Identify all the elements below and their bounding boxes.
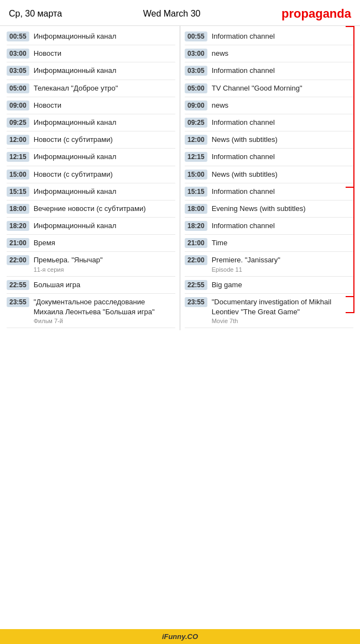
time-badge: 15:00 <box>7 170 29 180</box>
item-title: Information channel <box>212 118 275 128</box>
left-schedule-item: 15:00 Новости (с субтитрами) <box>7 166 175 183</box>
time-badge: 15:15 <box>7 187 29 197</box>
item-content: Information channel <box>212 118 275 128</box>
time-badge: 09:00 <box>7 101 29 110</box>
time-badge: 05:00 <box>185 83 207 93</box>
time-badge: 09:25 <box>7 118 29 128</box>
item-content: Информационный канал <box>34 187 117 197</box>
time-badge: 22:55 <box>7 280 29 290</box>
right-schedule-item: 03:05 Information channel <box>185 62 353 80</box>
right-schedule-item: 03:00 news <box>185 45 353 62</box>
item-title: news <box>212 49 228 59</box>
item-content: Новости (с субтитрами) <box>34 170 113 180</box>
left-schedule-item: 09:00 Новости <box>7 97 175 114</box>
left-schedule-item: 22:00 Премьера. "Янычар" 11-я серия <box>7 252 175 276</box>
time-badge: 22:00 <box>185 255 207 265</box>
item-content: Премьера. "Янычар" 11-я серия <box>34 255 103 272</box>
right-schedule-item: 12:00 News (with subtitles) <box>185 131 353 149</box>
item-content: Time <box>212 238 227 248</box>
right-schedule-item: 15:15 Information channel <box>185 183 353 200</box>
item-title: Information channel <box>212 152 275 162</box>
item-content: Новости (с субтитрами) <box>34 135 113 145</box>
time-badge: 03:05 <box>7 66 29 76</box>
item-content: Information channel <box>212 152 275 162</box>
left-schedule-item: 21:00 Время <box>7 235 175 252</box>
right-schedule-item: 12:15 Information channel <box>185 149 353 166</box>
right-schedule-item: 23:55 "Documentary investigation of Mikh… <box>185 294 353 328</box>
time-badge: 12:15 <box>7 152 29 162</box>
time-badge: 21:00 <box>7 238 29 248</box>
left-schedule-item: 12:00 Новости (с субтитрами) <box>7 131 175 149</box>
item-content: TV Channel "Good Morning" <box>212 83 302 93</box>
time-badge: 03:00 <box>185 49 207 59</box>
time-badge: 22:00 <box>7 255 29 265</box>
item-title: Информационный канал <box>34 152 117 162</box>
time-badge: 03:05 <box>185 66 207 76</box>
right-schedule-item: 15:00 News (with subtitles) <box>185 166 353 183</box>
item-content: Новости <box>34 101 61 110</box>
item-title: Big game <box>212 280 242 290</box>
right-schedule-item: 18:00 Evening News (with subtitles) <box>185 200 353 218</box>
time-badge: 23:55 <box>7 297 29 307</box>
item-title: Premiere. "Janissary" <box>212 255 280 265</box>
right-schedule-item: 09:25 Information channel <box>185 114 353 131</box>
date-russian: Ср, 30 марта <box>9 9 62 19</box>
time-badge: 05:00 <box>7 83 29 93</box>
item-title: Премьера. "Янычар" <box>34 255 103 265</box>
item-content: "Документальное расследование Михаила Ле… <box>34 297 175 324</box>
item-content: Информационный канал <box>34 152 117 162</box>
time-badge: 12:00 <box>185 135 207 145</box>
time-badge: 21:00 <box>185 238 207 248</box>
right-schedule-item: 09:00 news <box>185 97 353 114</box>
item-title: Информационный канал <box>34 118 117 128</box>
item-subtitle: Фильм 7-й <box>34 318 175 324</box>
item-content: Premiere. "Janissary" Episode 11 <box>212 255 280 272</box>
item-title: Телеканал "Доброе утро" <box>34 83 118 93</box>
left-schedule-item: 05:00 Телеканал "Доброе утро" <box>7 80 175 97</box>
date-english: Wed March 30 <box>143 9 201 19</box>
left-schedule-item: 18:20 Информационный канал <box>7 218 175 235</box>
propaganda-label: propaganda <box>281 7 351 21</box>
right-schedule-item: 18:20 Information channel <box>185 218 353 235</box>
item-content: Big game <box>212 280 242 290</box>
ifunny-logo: iFunny.CO <box>162 632 198 641</box>
item-content: Information channel <box>212 66 275 76</box>
item-content: Большая игра <box>34 280 81 290</box>
right-schedule-item: 22:55 Big game <box>185 277 353 294</box>
item-title: Information channel <box>212 66 275 76</box>
item-title: Информационный канал <box>34 66 117 76</box>
time-badge: 12:00 <box>7 135 29 145</box>
time-badge: 18:00 <box>7 204 29 214</box>
item-content: Информационный канал <box>34 221 117 231</box>
left-schedule-item: 22:55 Большая игра <box>7 277 175 294</box>
left-schedule-item: 18:00 Вечерние новости (с субтитрами) <box>7 200 175 218</box>
item-title: Information channel <box>212 31 275 41</box>
left-schedule-item: 03:05 Информационный канал <box>7 62 175 80</box>
item-title: Информационный канал <box>34 221 117 231</box>
item-title: News (with subtitles) <box>212 170 278 180</box>
item-content: Информационный канал <box>34 118 117 128</box>
left-schedule-item: 15:15 Информационный канал <box>7 183 175 200</box>
right-column: 00:55 Information channel 03:00 news 03:… <box>180 26 356 330</box>
time-badge: 09:25 <box>185 118 207 128</box>
item-title: TV Channel "Good Morning" <box>212 83 302 93</box>
item-subtitle: 11-я серия <box>34 266 103 273</box>
right-schedule-item: 00:55 Information channel <box>185 28 353 45</box>
item-content: News (with subtitles) <box>212 135 278 145</box>
item-title: Evening News (with subtitles) <box>212 204 306 214</box>
item-content: news <box>212 101 228 110</box>
item-title: Время <box>34 238 55 248</box>
right-schedule-item: 05:00 TV Channel "Good Morning" <box>185 80 353 97</box>
item-subtitle: Movie 7th <box>212 318 353 324</box>
time-badge: 18:20 <box>7 221 29 231</box>
item-content: Информационный канал <box>34 31 117 41</box>
item-content: News (with subtitles) <box>212 170 278 180</box>
item-content: Evening News (with subtitles) <box>212 204 306 214</box>
right-schedule-item: 22:00 Premiere. "Janissary" Episode 11 <box>185 252 353 276</box>
item-title: News (with subtitles) <box>212 135 278 145</box>
left-schedule-item: 12:15 Информационный канал <box>7 149 175 166</box>
item-title: Новости (с субтитрами) <box>34 170 113 180</box>
item-content: Information channel <box>212 187 275 197</box>
item-title: Новости <box>34 101 61 110</box>
left-schedule-item: 03:00 Новости <box>7 45 175 62</box>
